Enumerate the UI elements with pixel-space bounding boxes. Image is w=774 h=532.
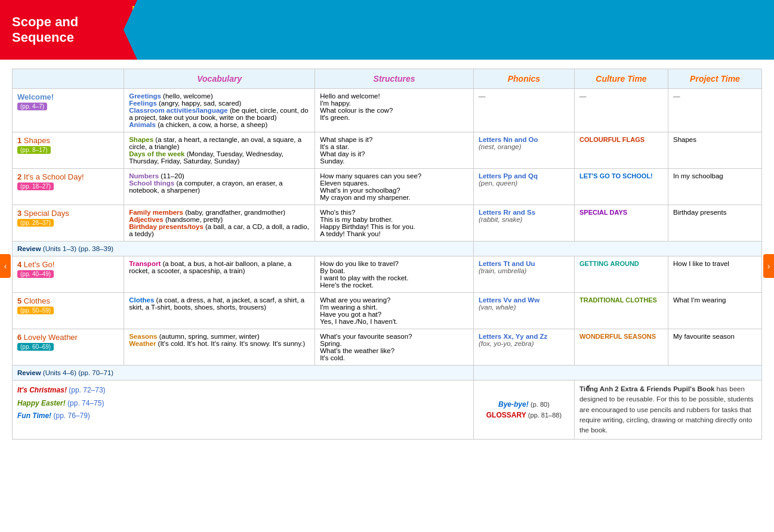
vocab-term: Family members: [129, 209, 183, 216]
left-nav-arrow[interactable]: ‹: [0, 254, 11, 278]
unit-number-name: 2 It's a School Day!: [17, 172, 119, 181]
vocab-term: Weather: [129, 340, 156, 347]
struct-cell-4: How do you like to travel? By boat. I wa…: [315, 256, 474, 293]
unit-cell-3: 3 Special Days (pp. 28–37): [13, 205, 124, 242]
phonics-cell-6: Letters Xx, Yy and Zz (fox, yo-yo, zebra…: [473, 329, 574, 366]
phonics-cell-welcome: —: [473, 89, 574, 132]
phonics-letters: Letters Xx, Yy and Zz: [479, 333, 547, 340]
review-empty-2: [473, 366, 761, 381]
culture-title: COLOURFUL FLAGS: [579, 136, 645, 143]
extra-link-easter: Happy Easter!: [17, 399, 66, 407]
struct-cell-welcome: Hello and welcome! I'm happy. What colou…: [315, 89, 474, 132]
review-empty: [473, 242, 761, 256]
vocab-cell-4: Transport (a boat, a bus, a hot-air ball…: [124, 256, 315, 293]
header: Scope and Sequence: [0, 0, 774, 60]
struct-cell-3: Who's this? This is my baby brother. Hap…: [315, 205, 474, 242]
culture-cell-6: WONDERFUL SEASONS: [574, 329, 668, 366]
table-row: 2 It's a School Day! (pp. 18–27) Numbers…: [13, 169, 762, 205]
review-cell-2: Review (Units 4–6) (pp. 70–71): [13, 366, 474, 381]
review-pages: (pp. 38–39): [78, 245, 113, 252]
scope-table: Vocabulary Structures Phonics Culture Ti…: [12, 69, 762, 440]
unit-number-name: 1 Shapes: [17, 136, 119, 145]
phonics-cell-2: Letters Pp and Qq (pen, queen): [473, 169, 574, 205]
list-item: Happy Easter! (pp. 74–75): [17, 397, 468, 410]
phonics-cell-3: Letters Rr and Ss (rabbit, snake): [473, 205, 574, 242]
vocab-term: Shapes: [129, 136, 153, 143]
vocab-term: School things: [129, 180, 174, 187]
phonics-letters: Letters Pp and Qq: [479, 172, 538, 180]
bottom-row: It's Christmas! (pp. 72–73) Happy Easter…: [13, 381, 762, 440]
bye-bye-label: Bye-bye! (p. 80): [479, 400, 569, 409]
list-item: Fun Time! (pp. 76–79): [17, 410, 468, 423]
list-item: It's Christmas! (pp. 72–73): [17, 384, 468, 397]
phonics-examples: (fox, yo-yo, zebra): [479, 340, 534, 347]
vocab-cell-2: Numbers (11–20) School things (a compute…: [124, 169, 315, 205]
vocab-cell-welcome: Greetings (hello, welcome) Feelings (ang…: [124, 89, 315, 132]
culture-cell-welcome: —: [574, 89, 668, 132]
vocab-cell-6: Seasons (autumn, spring, summer, winter)…: [124, 329, 315, 366]
review-label: Review: [17, 245, 41, 252]
culture-cell-3: SPECIAL DAYS: [574, 205, 668, 242]
unit-badge: (pp. 28–37): [17, 219, 54, 227]
culture-cell-5: TRADITIONAL CLOTHES: [574, 293, 668, 329]
table-header-row: Vocabulary Structures Phonics Culture Ti…: [13, 69, 762, 89]
phonics-examples: (van, whale): [479, 304, 516, 311]
extra-link-funtime: Fun Time!: [17, 412, 51, 420]
th-project: Project Time: [668, 69, 761, 89]
phonics-letters: Letters Vv and Ww: [479, 296, 539, 304]
easter-pages: (pp. 74–75): [67, 399, 104, 407]
unit-number-name: 4 Let's Go!: [17, 260, 119, 269]
culture-cell-2: LET'S GO TO SCHOOL!: [574, 169, 668, 205]
phonics-examples: (pen, queen): [479, 180, 517, 187]
phonics-letters: Letters Nn and Oo: [479, 136, 538, 143]
struct-cell-5: What are you wearing? I'm wearing a shir…: [315, 293, 474, 329]
review-units-2: (Units 4–6): [43, 369, 78, 376]
vocab-term: Birthday presents/toys: [129, 223, 203, 230]
project-cell-welcome: —: [668, 89, 761, 132]
vocab-cell-3: Family members (baby, grandfather, grand…: [124, 205, 315, 242]
unit-badge: (pp. 18–27): [17, 183, 54, 190]
extra-links: It's Christmas! (pp. 72–73) Happy Easter…: [17, 384, 468, 423]
th-vocab: Vocabulary: [124, 69, 315, 89]
unit-cell-6: 6 Lovely Weather (pp. 60–69): [13, 329, 124, 366]
vocab-cell-5: Clothes (a coat, a dress, a hat, a jacke…: [124, 293, 315, 329]
unit-badge: (pp. 4–7): [17, 103, 47, 110]
unit-number-name: 5 Clothes: [17, 296, 119, 305]
vocab-term: Adjectives: [129, 216, 164, 223]
main-content: Vocabulary Structures Phonics Culture Ti…: [0, 60, 774, 446]
right-nav-arrow[interactable]: ›: [763, 254, 774, 278]
unit-badge: (pp. 8–17): [17, 146, 51, 154]
unit-cell-4: 4 Let's Go! (pp. 40–49): [13, 256, 124, 293]
phonics-letters: Letters Rr and Ss: [479, 209, 535, 216]
extra-link-christmas: It's Christmas!: [17, 386, 67, 394]
culture-cell-4: GETTING AROUND: [574, 256, 668, 293]
vocab-term: Feelings: [129, 100, 157, 107]
table-row: 6 Lovely Weather (pp. 60–69) Seasons (au…: [13, 329, 762, 366]
project-cell-3: Birthday presents: [668, 205, 761, 242]
vocab-term: Classroom activities/language: [129, 107, 228, 114]
tieng-anh-note: Tiếng Anh 2 Extra & Friends Pupil's Book…: [579, 384, 757, 435]
unit-badge: (pp. 40–49): [17, 270, 54, 278]
culture-title: SPECIAL DAYS: [579, 209, 627, 216]
culture-title: TRADITIONAL CLOTHES: [579, 296, 657, 304]
review-label: Review: [17, 369, 41, 376]
unit-number-name: 6 Lovely Weather: [17, 333, 119, 342]
table-row: 5 Clothes (pp. 50–59) Clothes (a coat, a…: [13, 293, 762, 329]
table-row: 4 Let's Go! (pp. 40–49) Transport (a boa…: [13, 256, 762, 293]
th-structures: Structures: [315, 69, 474, 89]
culture-title: GETTING AROUND: [579, 260, 639, 267]
splat-logo: Scope and Sequence: [0, 0, 137, 60]
book-title: Tiếng Anh 2 Extra & Friends Pupil's Book: [579, 385, 714, 392]
bye-bye-cell: Bye-bye! (p. 80) GLOSSARY (pp. 81–88): [473, 381, 574, 440]
th-phonics: Phonics: [473, 69, 574, 89]
funtime-pages: (pp. 76–79): [53, 412, 90, 420]
project-cell-1: Shapes: [668, 132, 761, 169]
review-row-2: Review (Units 4–6) (pp. 70–71): [13, 366, 762, 381]
unit-number-name: 3 Special Days: [17, 209, 119, 218]
project-cell-4: How I like to travel: [668, 256, 761, 293]
struct-cell-6: What's your favourite season? Spring. Wh…: [315, 329, 474, 366]
project-cell-5: What I'm wearing: [668, 293, 761, 329]
phonics-letters: Letters Tt and Uu: [479, 260, 535, 267]
unit-badge: (pp. 60–69): [17, 343, 54, 351]
review-row-1: Review (Units 1–3) (pp. 38–39): [13, 242, 762, 256]
